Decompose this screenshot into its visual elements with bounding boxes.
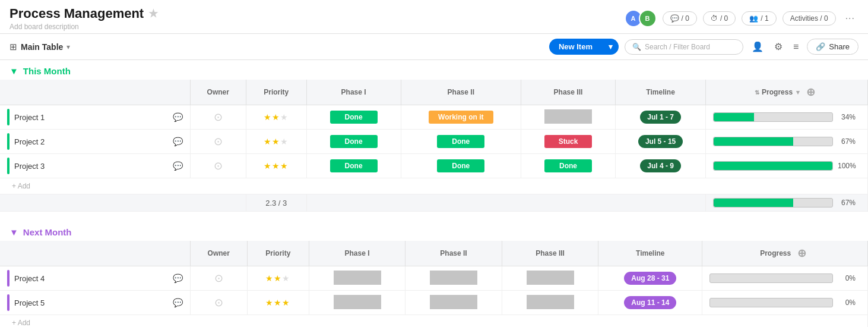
priority-stars: ★★ bbox=[265, 273, 282, 283]
owner-icon[interactable]: ⊙ bbox=[214, 136, 223, 147]
col-owner: Owner bbox=[190, 241, 248, 266]
phase3-badge: Done bbox=[544, 159, 592, 172]
timeline-badge: Aug 11 - 14 bbox=[624, 296, 676, 309]
row-color-bar bbox=[7, 109, 9, 125]
project1-comment-icon[interactable]: 💬 bbox=[173, 112, 183, 122]
main-table-label[interactable]: Main Table bbox=[21, 42, 63, 52]
project2-phase2[interactable]: Done bbox=[401, 130, 521, 154]
board-subtitle[interactable]: Add board description bbox=[9, 23, 158, 31]
col-priority: Priority bbox=[246, 80, 306, 105]
group-next-month-header: ▼ Next Month bbox=[0, 221, 868, 241]
toolbar-right: New Item ▾ 🔍 Search / Filter Board 👤 ⚙ ≡… bbox=[549, 39, 859, 55]
group-this-month: ▼ This Month Owner Priority Phase I Phas… bbox=[0, 60, 868, 212]
project3-progress: 100% bbox=[706, 154, 868, 178]
project4-priority[interactable]: ★★★ bbox=[248, 266, 309, 291]
project3-timeline[interactable]: Jul 4 - 9 bbox=[616, 154, 706, 178]
progress-sort-icon[interactable]: ▾ bbox=[796, 89, 800, 96]
owner-icon[interactable]: ⊙ bbox=[214, 160, 223, 172]
project4-phase3[interactable] bbox=[502, 266, 598, 291]
project2-comment-icon[interactable]: 💬 bbox=[173, 137, 183, 146]
activities-btn[interactable]: Activities / 0 bbox=[783, 11, 836, 26]
summary-progress-pct: 67% bbox=[838, 199, 856, 207]
new-item-button[interactable]: New Item ▾ bbox=[549, 39, 619, 55]
col-timeline: Timeline bbox=[598, 241, 702, 266]
add-item-label[interactable]: + Add bbox=[0, 178, 868, 194]
phase2-badge: Done bbox=[437, 135, 484, 148]
phase3-empty bbox=[527, 271, 574, 285]
project2-phase1[interactable]: Done bbox=[306, 130, 401, 154]
guests-btn[interactable]: 👥 / 1 bbox=[742, 11, 776, 26]
add-column-btn-1[interactable]: ⊕ bbox=[802, 84, 819, 100]
share-button[interactable]: 🔗 Share bbox=[807, 39, 859, 55]
add-row-next-month[interactable]: + Add bbox=[0, 315, 868, 328]
comments-btn[interactable]: 💬 / 0 bbox=[663, 11, 697, 26]
row-color-bar bbox=[7, 133, 9, 150]
add-column-btn-2[interactable]: ⊕ bbox=[793, 245, 810, 262]
project3-comment-icon[interactable]: 💬 bbox=[173, 161, 183, 171]
project2-phase3[interactable]: Stuck bbox=[521, 130, 615, 154]
project3-phase2[interactable]: Done bbox=[401, 154, 521, 178]
table-row: Project 3 💬 ⊙ ★★★ Done Done Done Jul 4 -… bbox=[0, 154, 868, 178]
row-color-bar bbox=[7, 294, 9, 311]
project5-phase3[interactable] bbox=[502, 291, 598, 315]
owner-icon[interactable]: ⊙ bbox=[214, 297, 223, 309]
settings-icon-btn[interactable]: ⚙ bbox=[772, 39, 785, 55]
project3-name-cell: Project 3 💬 bbox=[0, 154, 190, 178]
project1-phase2[interactable]: Working on it bbox=[401, 105, 521, 130]
project3-owner: ⊙ bbox=[190, 154, 246, 178]
project2-progress: 67% bbox=[706, 130, 868, 154]
col-phase1: Phase I bbox=[309, 241, 406, 266]
project2-name: Project 2 bbox=[14, 137, 168, 146]
progress-col-label: Progress bbox=[762, 88, 793, 96]
project4-phase1[interactable] bbox=[309, 266, 406, 291]
project5-priority[interactable]: ★★★ bbox=[248, 291, 309, 315]
project1-progress: 34% bbox=[706, 105, 868, 130]
priority-empty-star: ★ bbox=[280, 112, 289, 122]
add-item-label[interactable]: + Add bbox=[0, 315, 868, 328]
project5-timeline[interactable]: Aug 11 - 14 bbox=[598, 291, 702, 315]
guests-count: / 1 bbox=[761, 14, 768, 23]
main-table-chevron-icon[interactable]: ▾ bbox=[66, 43, 70, 51]
progress-bar bbox=[709, 298, 833, 307]
row-color-bar bbox=[7, 270, 9, 287]
group-this-month-arrow[interactable]: ▼ bbox=[9, 66, 18, 76]
project1-phase3[interactable] bbox=[521, 105, 615, 130]
user-icon-btn[interactable]: 👤 bbox=[749, 39, 766, 55]
group-next-month-arrow[interactable]: ▼ bbox=[9, 227, 18, 237]
project4-timeline[interactable]: Aug 28 - 31 bbox=[598, 266, 702, 291]
filter-icon-btn[interactable]: ≡ bbox=[791, 39, 801, 55]
timeline-badge: Jul 5 - 15 bbox=[638, 135, 683, 148]
new-item-label: New Item bbox=[549, 39, 602, 55]
project1-priority[interactable]: ★★★ bbox=[246, 105, 306, 130]
more-options-btn[interactable]: ··· bbox=[842, 11, 859, 26]
app-title: Process Management bbox=[9, 6, 144, 21]
owner-icon[interactable]: ⊙ bbox=[214, 111, 223, 123]
project3-priority[interactable]: ★★★ bbox=[246, 154, 306, 178]
search-icon: 🔍 bbox=[632, 43, 641, 51]
project5-phase2[interactable] bbox=[406, 291, 502, 315]
timer-btn[interactable]: ⏱ / 0 bbox=[703, 11, 736, 26]
project3-phase1[interactable]: Done bbox=[306, 154, 401, 178]
project3-phase3[interactable]: Done bbox=[521, 154, 615, 178]
progress-bar bbox=[713, 137, 833, 146]
priority-empty-star: ★ bbox=[280, 137, 289, 146]
add-row-this-month[interactable]: + Add bbox=[0, 178, 868, 194]
summary-empty bbox=[0, 194, 246, 212]
table-row: Project 1 💬 ⊙ ★★★ Done Working on it Jul… bbox=[0, 105, 868, 130]
project4-phase2[interactable] bbox=[406, 266, 502, 291]
star-icon[interactable]: ★ bbox=[148, 7, 158, 20]
avatar-2[interactable]: B bbox=[639, 10, 657, 27]
project5-comment-icon[interactable]: 💬 bbox=[173, 298, 183, 307]
project5-phase1[interactable] bbox=[309, 291, 406, 315]
search-box[interactable]: 🔍 Search / Filter Board bbox=[625, 39, 743, 55]
project2-priority[interactable]: ★★★ bbox=[246, 130, 306, 154]
project1-name-cell: Project 1 💬 bbox=[0, 105, 190, 130]
project4-comment-icon[interactable]: 💬 bbox=[173, 273, 183, 283]
project1-phase1[interactable]: Done bbox=[306, 105, 401, 130]
project2-timeline[interactable]: Jul 5 - 15 bbox=[616, 130, 706, 154]
owner-icon[interactable]: ⊙ bbox=[214, 272, 223, 284]
project1-timeline[interactable]: Jul 1 - 7 bbox=[616, 105, 706, 130]
phase3-empty bbox=[527, 295, 574, 309]
header-right: A B 💬 / 0 ⏱ / 0 👥 / 1 Activities / 0 ··· bbox=[625, 10, 859, 27]
new-item-arrow-icon[interactable]: ▾ bbox=[603, 39, 619, 55]
